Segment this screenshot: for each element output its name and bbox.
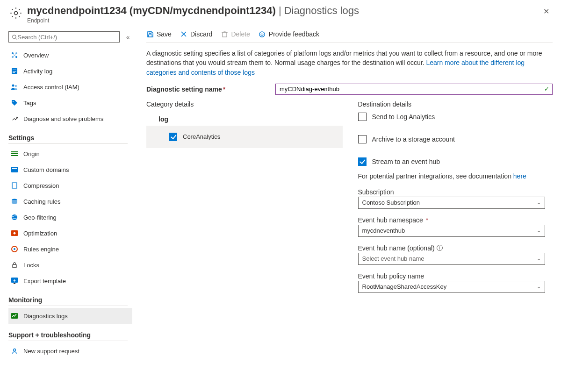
main-content: Save Discard Delete Provide feedback A d… [138,28,561,368]
optimization-icon [10,229,19,237]
coreanalytics-checkbox[interactable] [169,133,177,141]
hubname-select[interactable]: Select event hub name ⌄ [358,253,545,265]
policy-select[interactable]: RootManageSharedAccessKey ⌄ [358,281,545,293]
sidebar-item-label: Tags [23,100,36,107]
setting-name-input[interactable]: ✓ [275,84,553,95]
dest-storage-checkbox[interactable] [358,135,367,143]
sidebar-item-diagnostics-logs[interactable]: Diagnostics logs [8,308,132,324]
support-icon [10,347,19,355]
sidebar-item-caching-rules[interactable]: Caching rules [8,193,132,209]
svg-rect-12 [13,72,15,73]
svg-point-28 [14,248,15,250]
tags-icon [10,99,19,107]
sidebar-item-access-control[interactable]: Access control (IAM) [8,79,132,95]
svg-rect-18 [11,153,18,154]
svg-rect-17 [11,151,18,152]
export-template-icon [10,277,19,285]
partner-docs-link[interactable]: here [513,172,526,180]
chevron-down-icon: ⌄ [537,256,541,262]
caching-rules-icon [10,197,19,206]
namespace-select[interactable]: mycdneventhub ⌄ [358,225,545,237]
gear-icon [8,6,23,21]
dest-eventhub-checkbox[interactable] [358,157,367,166]
sidebar-item-label: Caching rules [23,198,61,205]
svg-point-41 [259,31,265,36]
sidebar-item-overview[interactable]: Overview [8,47,132,63]
sidebar-item-label: Locks [23,262,39,269]
log-category-row[interactable]: CoreAnalytics [146,126,343,148]
svg-point-15 [13,101,14,102]
delete-button: Delete [221,30,250,38]
svg-rect-31 [14,283,15,284]
sidebar-item-new-support-request[interactable]: New support request [8,343,132,359]
sidebar-item-label: New support request [23,348,79,355]
sidebar-item-label: Custom domains [23,166,69,173]
page-title: mycdnendpoint1234 (myCDN/mycdnendpoint12… [27,5,359,17]
sidebar-item-locks[interactable]: Locks [8,257,132,273]
close-icon[interactable]: ✕ [539,5,553,18]
sidebar-item-rules-engine[interactable]: Rules engine [8,241,132,257]
svg-rect-38 [223,32,227,37]
compression-icon [10,181,19,190]
toolbar: Save Discard Delete Provide feedback [146,30,553,43]
dest-log-analytics-checkbox[interactable] [358,113,367,121]
search-input[interactable] [8,31,120,43]
sidebar-item-diagnose[interactable]: Diagnose and solve problems [8,111,132,127]
description: A diagnostic setting specifies a list of… [146,49,553,77]
save-icon [146,30,154,38]
collapse-sidebar-icon[interactable]: « [126,34,129,41]
feedback-button[interactable]: Provide feedback [259,30,319,38]
access-control-icon [10,83,19,91]
svg-point-33 [14,349,16,351]
sidebar-item-label: Origin [23,150,40,157]
destination-heading: Destination details [358,100,553,108]
custom-domains-icon [10,165,19,174]
sidebar-item-tags[interactable]: Tags [8,95,132,111]
chevron-down-icon: ⌄ [537,284,541,290]
discard-button[interactable]: Discard [180,30,212,38]
sidebar-item-label: Overview [23,52,49,59]
hubname-label: Event hub name (optional) i [358,244,545,252]
subscription-select[interactable]: Contoso Subscription ⌄ [358,197,545,209]
sidebar-item-export-template[interactable]: Export template [8,273,132,289]
svg-rect-29 [13,264,16,268]
svg-rect-20 [11,167,18,172]
origin-icon [10,150,19,158]
sidebar-item-label: Access control (IAM) [23,84,79,91]
chevron-down-icon: ⌄ [537,200,541,206]
sidebar-item-activity-log[interactable]: Activity log [8,63,132,79]
svg-point-25 [12,214,17,220]
nav-section-support: Support + troubleshooting [8,331,128,341]
sidebar-item-label: Diagnostics logs [23,313,68,320]
namespace-label: Event hub namespace* [358,216,545,224]
sidebar-item-origin[interactable]: Origin [8,146,132,162]
sidebar-item-optimization[interactable]: Optimization [8,225,132,241]
valid-check-icon: ✓ [544,86,549,93]
svg-rect-35 [148,35,152,37]
log-category-label: CoreAnalytics [183,133,220,140]
delete-icon [221,30,228,38]
save-button[interactable]: Save [146,30,172,38]
discard-icon [180,30,187,38]
sidebar-item-label: Export template [23,278,66,285]
svg-point-1 [13,35,16,38]
svg-point-0 [14,12,18,15]
svg-point-14 [15,85,17,87]
dest-option-label: Archive to a storage account [372,135,455,143]
svg-rect-34 [149,31,151,33]
svg-point-13 [12,85,14,87]
sidebar-item-compression[interactable]: Compression [8,178,132,193]
svg-line-2 [15,38,17,39]
chevron-down-icon: ⌄ [537,228,541,234]
log-header: log [146,113,341,126]
sidebar-item-custom-domains[interactable]: Custom domains [8,162,132,178]
setting-name-label: Diagnostic setting name* [146,86,275,93]
sidebar-item-label: Rules engine [23,246,59,253]
diagnose-icon [10,114,19,123]
svg-rect-23 [13,183,16,188]
sidebar-item-label: Geo-filtering [23,214,57,221]
policy-label: Event hub policy name [358,272,545,280]
info-icon[interactable]: i [437,245,443,251]
partner-note: For potential partner integrations, see … [358,172,553,180]
sidebar-item-geo-filtering[interactable]: Geo-filtering [8,209,132,225]
